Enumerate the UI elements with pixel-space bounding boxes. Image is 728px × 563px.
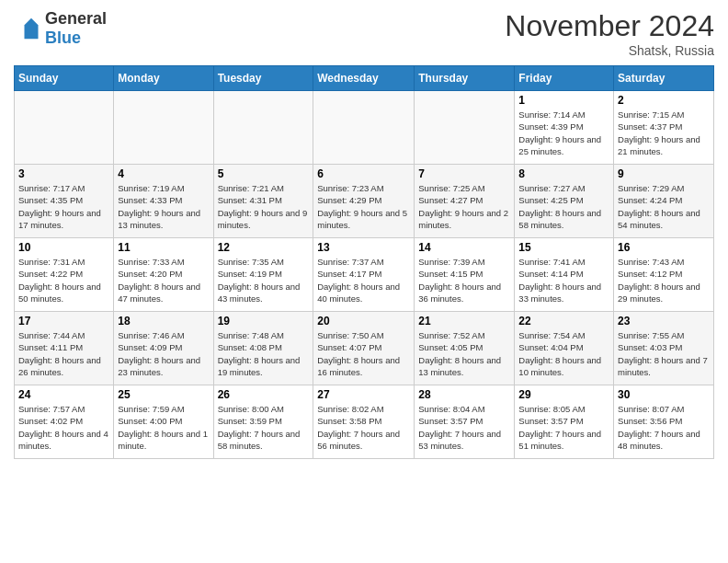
calendar-cell: 18Sunrise: 7:46 AM Sunset: 4:09 PM Dayli…	[114, 312, 213, 385]
calendar-cell: 5Sunrise: 7:21 AM Sunset: 4:31 PM Daylig…	[213, 165, 313, 238]
calendar-week-row: 10Sunrise: 7:31 AM Sunset: 4:22 PM Dayli…	[15, 238, 714, 312]
day-number: 25	[118, 388, 209, 401]
calendar-week-row: 3Sunrise: 7:17 AM Sunset: 4:35 PM Daylig…	[15, 165, 714, 238]
col-thursday: Thursday	[415, 66, 515, 91]
calendar-cell: 19Sunrise: 7:48 AM Sunset: 4:08 PM Dayli…	[213, 312, 313, 385]
day-info: Sunrise: 7:29 AM Sunset: 4:24 PM Dayligh…	[618, 182, 710, 231]
calendar-cell	[15, 91, 114, 165]
day-number: 27	[317, 388, 410, 401]
calendar-cell	[114, 91, 213, 165]
calendar-week-row: 17Sunrise: 7:44 AM Sunset: 4:11 PM Dayli…	[15, 312, 714, 385]
day-number: 21	[418, 315, 510, 327]
calendar-cell: 10Sunrise: 7:31 AM Sunset: 4:22 PM Dayli…	[15, 238, 114, 312]
day-number: 5	[218, 167, 310, 180]
logo-icon	[17, 15, 45, 42]
day-info: Sunrise: 7:39 AM Sunset: 4:15 PM Dayligh…	[418, 256, 510, 304]
col-sunday: Sunday	[15, 66, 114, 91]
day-info: Sunrise: 7:31 AM Sunset: 4:22 PM Dayligh…	[18, 256, 109, 304]
day-number: 2	[618, 94, 710, 107]
calendar-cell: 4Sunrise: 7:19 AM Sunset: 4:33 PM Daylig…	[114, 165, 213, 238]
day-number: 15	[518, 241, 609, 254]
day-info: Sunrise: 7:35 AM Sunset: 4:19 PM Dayligh…	[218, 256, 310, 304]
day-info: Sunrise: 8:07 AM Sunset: 3:56 PM Dayligh…	[618, 403, 710, 452]
logo-general: General	[45, 9, 107, 29]
day-number: 3	[18, 167, 109, 180]
logo: General Blue	[14, 9, 107, 48]
calendar-cell: 24Sunrise: 7:57 AM Sunset: 4:02 PM Dayli…	[15, 385, 114, 459]
calendar-cell: 11Sunrise: 7:33 AM Sunset: 4:20 PM Dayli…	[114, 238, 213, 312]
calendar-week-row: 1Sunrise: 7:14 AM Sunset: 4:39 PM Daylig…	[15, 91, 714, 165]
calendar-cell: 9Sunrise: 7:29 AM Sunset: 4:24 PM Daylig…	[614, 165, 714, 238]
calendar-cell: 13Sunrise: 7:37 AM Sunset: 4:17 PM Dayli…	[313, 238, 415, 312]
day-info: Sunrise: 8:02 AM Sunset: 3:58 PM Dayligh…	[317, 403, 410, 452]
header: General Blue November 2024 Shatsk, Russi…	[14, 9, 714, 58]
location: Shatsk, Russia	[505, 43, 714, 58]
day-info: Sunrise: 8:05 AM Sunset: 3:57 PM Dayligh…	[518, 403, 609, 452]
day-info: Sunrise: 7:27 AM Sunset: 4:25 PM Dayligh…	[518, 182, 609, 231]
calendar-cell: 8Sunrise: 7:27 AM Sunset: 4:25 PM Daylig…	[515, 165, 614, 238]
calendar-cell: 1Sunrise: 7:14 AM Sunset: 4:39 PM Daylig…	[515, 91, 614, 165]
calendar-cell: 30Sunrise: 8:07 AM Sunset: 3:56 PM Dayli…	[614, 385, 714, 459]
day-info: Sunrise: 7:23 AM Sunset: 4:29 PM Dayligh…	[317, 182, 410, 231]
day-info: Sunrise: 7:55 AM Sunset: 4:03 PM Dayligh…	[618, 329, 710, 378]
calendar-cell: 27Sunrise: 8:02 AM Sunset: 3:58 PM Dayli…	[313, 385, 415, 459]
month-title: November 2024	[505, 9, 714, 43]
col-tuesday: Tuesday	[213, 66, 313, 91]
day-number: 14	[418, 241, 510, 254]
calendar-cell: 21Sunrise: 7:52 AM Sunset: 4:05 PM Dayli…	[415, 312, 515, 385]
logo-text: General Blue	[45, 9, 107, 48]
day-info: Sunrise: 7:43 AM Sunset: 4:12 PM Dayligh…	[618, 256, 710, 304]
day-info: Sunrise: 7:52 AM Sunset: 4:05 PM Dayligh…	[418, 329, 510, 378]
day-info: Sunrise: 7:54 AM Sunset: 4:04 PM Dayligh…	[518, 329, 609, 378]
title-block: November 2024 Shatsk, Russia	[505, 9, 714, 58]
day-number: 11	[118, 241, 209, 254]
day-number: 22	[518, 315, 609, 327]
day-number: 24	[18, 388, 109, 401]
day-info: Sunrise: 7:41 AM Sunset: 4:14 PM Dayligh…	[518, 256, 609, 304]
calendar-cell: 16Sunrise: 7:43 AM Sunset: 4:12 PM Dayli…	[614, 238, 714, 312]
day-number: 28	[418, 388, 510, 401]
day-info: Sunrise: 8:00 AM Sunset: 3:59 PM Dayligh…	[218, 403, 310, 452]
calendar-week-row: 24Sunrise: 7:57 AM Sunset: 4:02 PM Dayli…	[15, 385, 714, 459]
day-info: Sunrise: 7:17 AM Sunset: 4:35 PM Dayligh…	[18, 182, 109, 231]
calendar-header-row: Sunday Monday Tuesday Wednesday Thursday…	[15, 66, 714, 91]
calendar-cell: 15Sunrise: 7:41 AM Sunset: 4:14 PM Dayli…	[515, 238, 614, 312]
day-info: Sunrise: 7:50 AM Sunset: 4:07 PM Dayligh…	[317, 329, 410, 378]
calendar-cell: 25Sunrise: 7:59 AM Sunset: 4:00 PM Dayli…	[114, 385, 213, 459]
day-info: Sunrise: 7:14 AM Sunset: 4:39 PM Dayligh…	[518, 109, 609, 157]
day-number: 6	[317, 167, 410, 180]
col-monday: Monday	[114, 66, 213, 91]
day-number: 10	[18, 241, 109, 254]
day-number: 23	[618, 315, 710, 327]
day-info: Sunrise: 7:59 AM Sunset: 4:00 PM Dayligh…	[118, 403, 209, 452]
day-info: Sunrise: 7:44 AM Sunset: 4:11 PM Dayligh…	[18, 329, 109, 378]
logo-blue: Blue	[45, 29, 107, 48]
calendar-cell	[213, 91, 313, 165]
day-info: Sunrise: 7:25 AM Sunset: 4:27 PM Dayligh…	[418, 182, 510, 231]
day-number: 20	[317, 315, 410, 327]
calendar-cell: 22Sunrise: 7:54 AM Sunset: 4:04 PM Dayli…	[515, 312, 614, 385]
day-number: 1	[518, 94, 609, 107]
day-info: Sunrise: 7:15 AM Sunset: 4:37 PM Dayligh…	[618, 109, 710, 157]
day-number: 19	[218, 315, 310, 327]
day-number: 26	[218, 388, 310, 401]
day-number: 8	[518, 167, 609, 180]
calendar-cell: 20Sunrise: 7:50 AM Sunset: 4:07 PM Dayli…	[313, 312, 415, 385]
day-number: 4	[118, 167, 209, 180]
day-number: 12	[218, 241, 310, 254]
calendar-cell: 6Sunrise: 7:23 AM Sunset: 4:29 PM Daylig…	[313, 165, 415, 238]
calendar-cell: 29Sunrise: 8:05 AM Sunset: 3:57 PM Dayli…	[515, 385, 614, 459]
day-number: 16	[618, 241, 710, 254]
day-info: Sunrise: 7:48 AM Sunset: 4:08 PM Dayligh…	[218, 329, 310, 378]
day-number: 13	[317, 241, 410, 254]
day-number: 7	[418, 167, 510, 180]
calendar-table: Sunday Monday Tuesday Wednesday Thursday…	[14, 65, 714, 459]
calendar-body: 1Sunrise: 7:14 AM Sunset: 4:39 PM Daylig…	[15, 91, 714, 459]
day-info: Sunrise: 7:46 AM Sunset: 4:09 PM Dayligh…	[118, 329, 209, 378]
day-number: 29	[518, 388, 609, 401]
day-info: Sunrise: 7:21 AM Sunset: 4:31 PM Dayligh…	[218, 182, 310, 231]
day-number: 17	[18, 315, 109, 327]
day-info: Sunrise: 7:37 AM Sunset: 4:17 PM Dayligh…	[317, 256, 410, 304]
svg-marker-0	[21, 18, 42, 40]
col-wednesday: Wednesday	[313, 66, 415, 91]
